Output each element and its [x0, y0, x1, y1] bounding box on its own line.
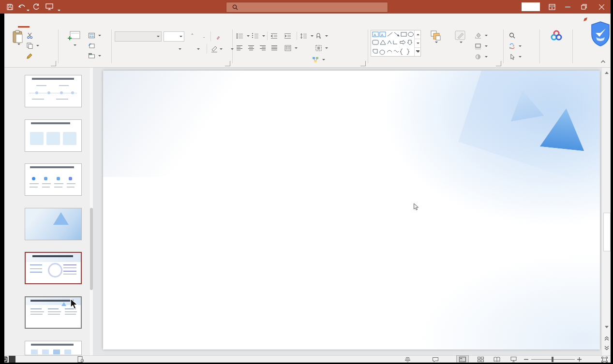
slide-area-scrollbar[interactable] [601, 68, 611, 355]
tab-view[interactable] [115, 15, 126, 28]
strikethrough-button[interactable] [150, 44, 160, 54]
paragraph-dialog-launcher-icon[interactable] [360, 61, 366, 66]
zoom-out-icon[interactable] [524, 356, 528, 363]
decrease-font-size-button[interactable]: ˇ [199, 31, 209, 41]
baidu-netdisk-shield-icon[interactable] [590, 21, 611, 46]
zoom-slider-thumb[interactable] [552, 357, 553, 362]
scroll-up-icon[interactable] [602, 69, 611, 76]
shapes-scroll-down-icon[interactable] [415, 39, 421, 47]
format-painter-button[interactable] [27, 51, 35, 60]
save-to-baidu-netdisk-button[interactable] [542, 30, 570, 42]
tab-record[interactable] [128, 15, 140, 28]
select-button[interactable] [509, 52, 522, 61]
shapes-more-icon[interactable] [415, 47, 421, 56]
tab-home[interactable] [18, 14, 30, 28]
cycle-diagram[interactable] [273, 147, 428, 302]
clear-formatting-button[interactable] [213, 31, 223, 41]
font-name-combobox[interactable] [115, 31, 162, 42]
find-button[interactable] [509, 31, 517, 40]
restore-button[interactable] [577, 0, 591, 14]
collapse-ribbon-icon[interactable] [600, 59, 606, 63]
justify-button[interactable] [271, 44, 280, 53]
tab-baidu-netdisk[interactable] [169, 15, 181, 28]
section-button[interactable] [89, 51, 101, 60]
arrange-button[interactable] [424, 30, 447, 43]
tab-animations[interactable] [73, 15, 85, 28]
slide-thumbnail-7[interactable] [25, 75, 82, 107]
search-input[interactable] [226, 2, 388, 13]
align-left-button[interactable] [236, 44, 245, 53]
tab-insert[interactable] [32, 15, 44, 28]
text-direction-button[interactable] [315, 31, 328, 41]
copy-button[interactable] [27, 41, 39, 50]
font-dialog-launcher-icon[interactable] [225, 61, 230, 66]
start-slideshow-icon[interactable] [44, 1, 55, 12]
reset-button[interactable] [89, 41, 97, 50]
clipboard-dialog-launcher-icon[interactable] [51, 61, 56, 66]
normal-view-button[interactable] [457, 356, 468, 363]
highlight-color-button[interactable] [210, 44, 223, 54]
minimize-button[interactable] [560, 0, 575, 14]
slideshow-view-button[interactable] [508, 356, 519, 363]
increase-font-size-button[interactable]: ^ [187, 31, 197, 41]
shape-fill-button[interactable] [475, 31, 488, 40]
comments-button[interactable] [432, 356, 441, 363]
cut-button[interactable] [27, 31, 35, 40]
tab-foxit-pdf[interactable] [156, 15, 167, 28]
paste-button[interactable] [8, 30, 28, 45]
decrease-indent-button[interactable] [270, 31, 280, 41]
columns-button[interactable] [284, 44, 298, 53]
numbering-button[interactable] [252, 31, 265, 41]
character-spacing-button[interactable] [172, 44, 186, 54]
slide-left-column[interactable] [115, 148, 278, 154]
login-button[interactable] [522, 2, 540, 11]
bold-button[interactable] [119, 44, 128, 54]
increase-indent-button[interactable] [284, 31, 293, 41]
tab-file[interactable] [4, 15, 16, 28]
zoom-in-icon[interactable] [577, 356, 582, 363]
reading-view-button[interactable] [491, 356, 503, 363]
zoom-slider[interactable] [531, 356, 575, 363]
bullets-button[interactable] [236, 31, 250, 41]
share-button[interactable] [583, 16, 590, 23]
line-spacing-button[interactable] [300, 31, 314, 41]
scrollbar-thumb[interactable] [603, 213, 611, 251]
notes-button[interactable] [404, 356, 413, 363]
previous-slide-icon[interactable] [602, 335, 611, 342]
slide-right-column[interactable] [426, 157, 579, 162]
align-text-button[interactable] [315, 44, 328, 53]
redo-icon[interactable] [30, 1, 42, 12]
slide-thumbnail-8[interactable] [25, 119, 82, 152]
tab-review[interactable] [101, 15, 112, 28]
new-slide-button[interactable] [61, 30, 87, 48]
replace-button[interactable]: bc [509, 42, 522, 51]
close-button[interactable] [594, 0, 609, 14]
scroll-down-icon[interactable] [602, 323, 611, 331]
shapes-gallery[interactable]: A A [371, 30, 421, 57]
tab-help[interactable] [142, 15, 154, 28]
slide-thumbnail-9[interactable] [25, 163, 82, 196]
fit-to-window-icon[interactable] [601, 356, 608, 363]
shape-effects-button[interactable] [475, 52, 488, 61]
slide-thumbnail-13[interactable] [25, 341, 82, 355]
underline-button[interactable] [140, 44, 150, 54]
save-icon[interactable] [4, 1, 15, 12]
accessibility-checker-icon[interactable] [77, 356, 84, 363]
font-size-combobox[interactable] [164, 31, 184, 42]
convert-to-smartart-button[interactable] [312, 55, 325, 64]
tab-transitions[interactable] [60, 15, 71, 28]
drawing-dialog-launcher-icon[interactable] [496, 61, 501, 66]
next-slide-icon[interactable] [602, 344, 611, 352]
quick-styles-button[interactable] [448, 30, 473, 43]
slide-thumbnail-11[interactable] [25, 252, 82, 284]
tab-slideshow[interactable] [87, 15, 99, 28]
shape-outline-button[interactable] [475, 42, 488, 51]
ribbon-display-options-icon[interactable] [545, 0, 559, 14]
align-center-button[interactable] [248, 44, 256, 53]
text-shadow-button[interactable] [160, 44, 170, 54]
tab-design[interactable] [45, 15, 57, 28]
align-right-button[interactable] [259, 44, 268, 53]
slide-thumbnail-10[interactable] [25, 208, 82, 240]
shapes-scroll-up-icon[interactable] [415, 30, 421, 39]
change-case-button[interactable] [190, 44, 205, 54]
